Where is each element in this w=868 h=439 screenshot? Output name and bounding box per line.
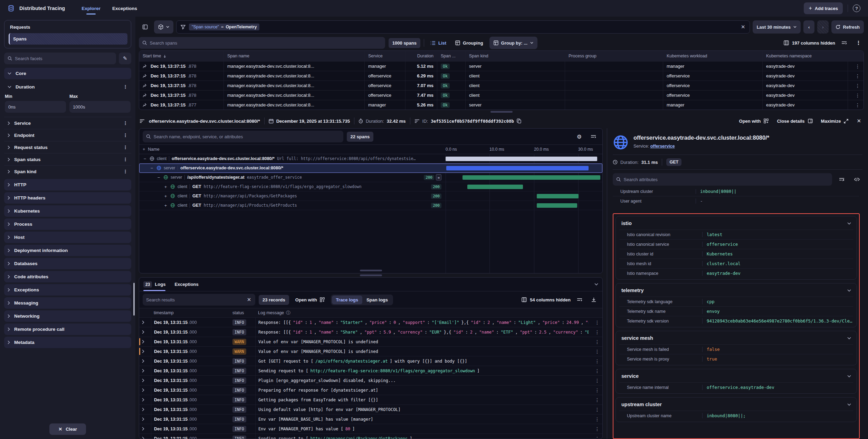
clear-search-icon[interactable]: ✕ <box>243 294 255 306</box>
span-row[interactable]: − server offerservice.easytrade-dev.svc.… <box>139 164 602 173</box>
expand-chevron-icon[interactable] <box>142 330 144 334</box>
log-row[interactable]: Dec 19, 13:31:15.000 INFO Plugin [ergo_a… <box>139 376 602 385</box>
expand-chevron-icon[interactable] <box>142 437 144 439</box>
group-by-button[interactable]: Group by: ... <box>489 37 538 49</box>
columns-hidden-indicator[interactable]: 197 columns hidden <box>784 40 835 46</box>
span-row[interactable]: + client GET http://feature-flag-service… <box>139 182 602 192</box>
facet-item[interactable]: Code attributes <box>4 271 131 282</box>
close-details-button[interactable]: Close details <box>775 117 814 125</box>
attribute-row[interactable]: User agent - <box>613 196 859 206</box>
help-icon[interactable]: ? <box>853 4 860 12</box>
log-columns-hidden-indicator[interactable]: 54 columns hidden <box>522 297 571 302</box>
more-options-button[interactable]: ⋮ <box>853 38 864 48</box>
search-facets-input[interactable] <box>4 53 116 64</box>
attribute-row[interactable]: Upstream cluster name inbound|8080||; <box>619 411 853 420</box>
row-menu-icon[interactable]: ⋮ <box>855 102 860 108</box>
log-row[interactable]: Dec 19, 13:31:15.000 INFO Sending reques… <box>139 434 602 439</box>
span-duration-bar[interactable] <box>467 185 523 189</box>
expand-chevron-icon[interactable] <box>142 408 144 411</box>
add-traces-button[interactable]: + Add traces <box>804 2 843 14</box>
row-menu-icon[interactable]: ⋮ <box>855 64 860 69</box>
sidebar-item-spans[interactable]: Spans <box>9 33 127 45</box>
search-spans-input[interactable] <box>139 37 385 49</box>
code-view-button[interactable] <box>851 175 862 184</box>
facet-item[interactable]: Process <box>4 218 131 230</box>
chevron-down-icon[interactable] <box>847 337 851 339</box>
span-duration-bar[interactable] <box>446 166 589 170</box>
log-table-options-button[interactable] <box>574 296 585 304</box>
facet-item[interactable]: Request status ⋮ <box>4 141 131 153</box>
row-menu-icon[interactable]: ⋮ <box>595 358 600 364</box>
attribute-row[interactable]: Istio canonical revision latest <box>619 230 853 239</box>
log-row[interactable]: Dec 19, 13:31:15.000 INFO Using default … <box>139 405 602 414</box>
row-menu-icon[interactable]: ⋮ <box>595 378 600 383</box>
time-range-button[interactable]: Last 30 minutes <box>753 20 801 34</box>
expand-chevron-icon[interactable] <box>142 349 144 353</box>
logs-open-with-button[interactable]: Open with <box>293 295 327 305</box>
row-menu-icon[interactable]: ⋮ <box>595 417 600 422</box>
attribute-row[interactable]: Istio mesh id cluster.local <box>619 259 853 268</box>
chevron-down-icon[interactable] <box>847 403 851 406</box>
table-row[interactable]: Dec 19, 13:37:15.878 manager.easytrade-d… <box>139 61 864 71</box>
col-duration[interactable]: Duration <box>405 51 437 61</box>
span-duration-bar[interactable] <box>462 175 600 180</box>
attribute-row[interactable]: Service mesh is failed false <box>619 344 853 354</box>
facet-item[interactable]: Span status ⋮ <box>4 153 131 165</box>
search-results-input[interactable] <box>143 294 243 306</box>
collapse-sidebar-button[interactable] <box>139 21 151 33</box>
facet-item[interactable]: Networking <box>4 310 131 322</box>
table-row[interactable]: Dec 19, 13:37:15.878 manager.easytrade-d… <box>139 81 864 90</box>
expand-chevron-icon[interactable] <box>142 417 144 421</box>
col-start-time[interactable]: Start time <box>139 51 223 61</box>
facet-item[interactable]: Service ⋮ <box>4 117 131 129</box>
col-service[interactable]: Service <box>364 51 405 61</box>
row-menu-icon[interactable]: ⋮ <box>595 368 600 374</box>
drag-handle[interactable] <box>360 270 382 271</box>
service-link[interactable]: offerservice <box>650 144 675 149</box>
span-duration-bar[interactable] <box>537 203 577 208</box>
log-row[interactable]: Dec 19, 13:31:15.000 WARN Value of env v… <box>139 347 602 356</box>
row-menu-icon[interactable]: ⋮ <box>855 93 860 98</box>
attribute-row[interactable]: Upstream cluster inbound|8080|| <box>613 189 859 196</box>
facet-item[interactable]: HTTP <box>4 179 131 190</box>
list-view-button[interactable]: List <box>428 38 449 48</box>
attribute-row[interactable]: Istio namespace easytrade-dev <box>619 268 853 278</box>
span-row[interactable]: + client GET http://manager/api/Packages… <box>139 192 602 201</box>
kebab-icon[interactable]: ⋮ <box>123 132 128 138</box>
log-row[interactable]: Dec 19, 13:31:15.000 WARN Value of env v… <box>139 337 602 347</box>
span-logs-option[interactable]: Span logs <box>362 296 392 304</box>
log-row[interactable]: Dec 19, 13:31:15.000 INFO Env var [MANAG… <box>139 414 602 424</box>
time-back-button[interactable]: ‹ <box>803 20 814 34</box>
expand-chevron-icon[interactable] <box>142 359 144 363</box>
refresh-button[interactable]: Refresh <box>831 20 864 34</box>
col-span-name[interactable]: Span name <box>223 51 364 61</box>
facet-item[interactable]: HTTP headers <box>4 192 131 204</box>
log-row[interactable]: Dec 19, 13:31:15.000 INFO Response: [[{"… <box>139 327 602 337</box>
expand-toggle[interactable]: − <box>150 166 154 171</box>
facet-item[interactable]: Endpoint ⋮ <box>4 129 131 141</box>
search-attributes-input[interactable] <box>613 173 832 186</box>
row-menu-icon[interactable]: ⋮ <box>595 436 600 439</box>
attribute-row[interactable]: Telemetry sdk language cpp <box>619 297 853 306</box>
chevron-down-icon[interactable] <box>847 375 851 377</box>
table-row[interactable]: Dec 19, 13:37:15.877 manager.easytrade-d… <box>139 100 864 110</box>
filter-query-input[interactable]: "Span source" = OpenTelemetry ✕ <box>176 20 750 34</box>
log-row[interactable]: Dec 19, 13:31:15.000 INFO Env var [MANAG… <box>139 424 602 434</box>
table-options-button[interactable] <box>839 39 850 47</box>
row-menu-icon[interactable]: ⋮ <box>595 320 600 325</box>
expand-chevron-icon[interactable] <box>142 398 144 402</box>
facet-core[interactable]: Core <box>4 68 131 79</box>
log-row[interactable]: Dec 19, 13:31:15.000 INFO Getting packag… <box>139 395 602 405</box>
log-row[interactable]: Dec 19, 13:31:15.000 INFO Sending reques… <box>139 366 602 376</box>
span-row[interactable]: − server /api/offers/dynatestsieger.at e… <box>139 173 602 182</box>
row-menu-icon[interactable]: ⋮ <box>595 426 600 432</box>
scope-selector-button[interactable] <box>154 20 173 34</box>
row-menu-icon[interactable]: ⋮ <box>595 349 600 354</box>
span-row[interactable]: − client offerservice.easytrade-dev.svc.… <box>139 154 602 164</box>
span-duration-bar[interactable] <box>446 157 597 161</box>
grouping-view-button[interactable]: Grouping <box>452 38 486 48</box>
tab-exceptions[interactable]: Exceptions <box>174 278 198 291</box>
drag-handle[interactable] <box>490 111 513 113</box>
expand-chevron-icon[interactable] <box>142 369 144 373</box>
expand-chevron-icon[interactable] <box>142 379 144 382</box>
